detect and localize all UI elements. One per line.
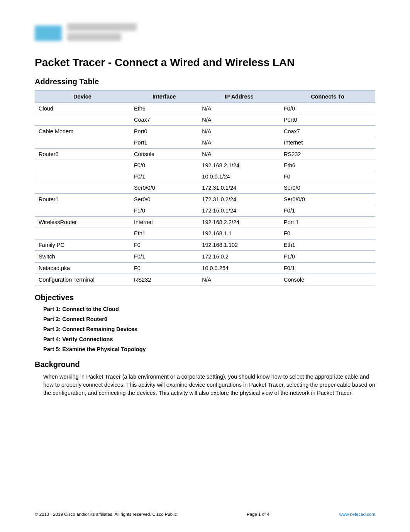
cell-interface: F1/0 bbox=[130, 205, 198, 217]
cell-connects: F0 bbox=[280, 171, 375, 182]
cell-ip: 10.0.0.254 bbox=[198, 262, 280, 274]
cell-connects: Internet bbox=[280, 137, 375, 149]
table-row: Eth1192.168.1.1F0 bbox=[35, 228, 375, 240]
col-ip: IP Address bbox=[198, 90, 280, 103]
cell-device bbox=[35, 114, 130, 126]
objective-item: Part 5: Examine the Physical Topology bbox=[43, 346, 375, 352]
cell-interface: Coax7 bbox=[130, 114, 198, 126]
cell-interface: Console bbox=[130, 148, 198, 160]
page-title: Packet Tracer - Connect a Wired and Wire… bbox=[35, 56, 375, 69]
cell-connects: F0 bbox=[280, 228, 375, 240]
table-row: Coax7N/APort0 bbox=[35, 114, 375, 126]
cell-ip: 172.16.0.2 bbox=[198, 251, 280, 262]
cell-connects: Eth1 bbox=[280, 239, 375, 251]
cell-interface: F0/1 bbox=[130, 171, 198, 182]
col-connects: Connects To bbox=[280, 90, 375, 103]
table-row: F1/0172.16.0.1/24F0/1 bbox=[35, 205, 375, 217]
cell-device bbox=[35, 228, 130, 240]
background-heading: Background bbox=[35, 360, 375, 369]
cell-device bbox=[35, 182, 130, 194]
cell-ip: 172.31.0.2/24 bbox=[198, 194, 280, 205]
cell-connects: Console bbox=[280, 274, 375, 286]
logo-block bbox=[35, 23, 375, 43]
cell-interface: Eth1 bbox=[130, 228, 198, 240]
table-row: Configuration TerminalRS232N/AConsole bbox=[35, 274, 375, 286]
cell-ip: 172.31.0.1/24 bbox=[198, 182, 280, 194]
cell-device: Cloud bbox=[35, 103, 130, 114]
footer-page: Page 1 of 4 bbox=[247, 512, 269, 517]
objective-item: Part 1: Connect to the Cloud bbox=[43, 306, 375, 312]
table-row: Router1Ser0/0172.31.0.2/24Ser0/0/0 bbox=[35, 194, 375, 205]
cell-ip: 10.0.0.1/24 bbox=[198, 171, 280, 182]
cell-device bbox=[35, 205, 130, 217]
table-row: WirelessRouterInternet192.168.2.2/24Port… bbox=[35, 216, 375, 228]
cell-device bbox=[35, 160, 130, 171]
cell-ip: N/A bbox=[198, 126, 280, 137]
cell-connects: RS232 bbox=[280, 148, 375, 160]
cell-connects: F0/1 bbox=[280, 205, 375, 217]
cell-device: WirelessRouter bbox=[35, 216, 130, 228]
cell-ip: 192.168.1.102 bbox=[198, 239, 280, 251]
cell-device: Cable Modem bbox=[35, 126, 130, 137]
cell-ip: N/A bbox=[198, 103, 280, 114]
table-header-row: Device Interface IP Address Connects To bbox=[35, 90, 375, 103]
cell-device: Family PC bbox=[35, 239, 130, 251]
cell-connects: Port0 bbox=[280, 114, 375, 126]
cell-interface: Ser0/0/0 bbox=[130, 182, 198, 194]
cell-connects: Ser0/0/0 bbox=[280, 194, 375, 205]
cell-ip: N/A bbox=[198, 148, 280, 160]
cell-interface: Ser0/0 bbox=[130, 194, 198, 205]
cell-interface: Eth6 bbox=[130, 103, 198, 114]
cell-device: Switch bbox=[35, 251, 130, 262]
cell-ip: N/A bbox=[198, 137, 280, 149]
cell-ip: N/A bbox=[198, 114, 280, 126]
cell-ip: 192.168.1.1 bbox=[198, 228, 280, 240]
cell-interface: Port0 bbox=[130, 126, 198, 137]
col-device: Device bbox=[35, 90, 130, 103]
cell-connects: F0/0 bbox=[280, 103, 375, 114]
table-row: F0/110.0.0.1/24F0 bbox=[35, 171, 375, 182]
cell-connects: Coax7 bbox=[280, 126, 375, 137]
cell-interface: RS232 bbox=[130, 274, 198, 286]
cell-interface: Port1 bbox=[130, 137, 198, 149]
col-interface: Interface bbox=[130, 90, 198, 103]
objectives-list: Part 1: Connect to the CloudPart 2: Conn… bbox=[35, 306, 375, 352]
footer-url[interactable]: www.netacad.com bbox=[339, 512, 375, 517]
page-footer: © 2013 - 2019 Cisco and/or its affiliate… bbox=[35, 512, 375, 517]
addressing-table: Device Interface IP Address Connects To … bbox=[35, 90, 375, 286]
objective-item: Part 4: Verify Connections bbox=[43, 336, 375, 342]
table-row: Ser0/0/0172.31.0.1/24Ser0/0 bbox=[35, 182, 375, 194]
cell-interface: F0/1 bbox=[130, 251, 198, 262]
cell-device bbox=[35, 137, 130, 149]
cell-interface: Internet bbox=[130, 216, 198, 228]
cell-interface: F0 bbox=[130, 239, 198, 251]
table-row: Family PCF0192.168.1.102Eth1 bbox=[35, 239, 375, 251]
cell-ip: 192.168.2.1/24 bbox=[198, 160, 280, 171]
cell-device bbox=[35, 171, 130, 182]
cell-connects: Ser0/0 bbox=[280, 182, 375, 194]
logo-text-line-2 bbox=[67, 33, 121, 41]
cell-connects: F0/1 bbox=[280, 262, 375, 274]
footer-copyright: © 2013 - 2019 Cisco and/or its affiliate… bbox=[35, 512, 177, 517]
cell-device: Netacad.pka bbox=[35, 262, 130, 274]
cell-interface: F0/0 bbox=[130, 160, 198, 171]
table-row: CloudEth6N/AF0/0 bbox=[35, 103, 375, 114]
logo-text-line-1 bbox=[67, 23, 137, 31]
table-row: SwitchF0/1172.16.0.2F1/0 bbox=[35, 251, 375, 262]
addressing-table-heading: Addressing Table bbox=[35, 77, 375, 86]
objective-item: Part 3: Connect Remaining Devices bbox=[43, 326, 375, 332]
cell-ip: 192.168.2.2/24 bbox=[198, 216, 280, 228]
cisco-logo-icon bbox=[35, 25, 62, 41]
table-row: Port1N/AInternet bbox=[35, 137, 375, 149]
background-paragraph: When working in Packet Tracer (a lab env… bbox=[35, 373, 375, 397]
cell-connects: Eth6 bbox=[280, 160, 375, 171]
table-row: Netacad.pkaF010.0.0.254F0/1 bbox=[35, 262, 375, 274]
cell-connects: Port 1 bbox=[280, 216, 375, 228]
table-row: Cable ModemPort0N/ACoax7 bbox=[35, 126, 375, 137]
table-row: F0/0192.168.2.1/24Eth6 bbox=[35, 160, 375, 171]
cell-ip: 172.16.0.1/24 bbox=[198, 205, 280, 217]
table-row: Router0ConsoleN/ARS232 bbox=[35, 148, 375, 160]
cell-device: Router1 bbox=[35, 194, 130, 205]
objective-item: Part 2: Connect Router0 bbox=[43, 316, 375, 322]
objectives-heading: Objectives bbox=[35, 293, 375, 302]
